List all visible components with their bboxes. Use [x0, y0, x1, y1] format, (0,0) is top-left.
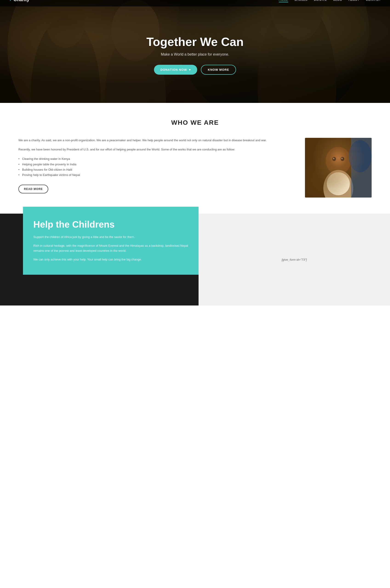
hero-title: Together We Can	[146, 35, 244, 49]
who-image	[305, 138, 372, 198]
donation-now-button[interactable]: DONATION NOW ♥	[154, 65, 197, 75]
svg-point-17	[341, 157, 344, 161]
nav-item-home[interactable]: HOME	[279, 0, 288, 1]
help-right-panel: [give_form id="73"]	[198, 214, 390, 305]
logo-heart-icon: ♥	[9, 0, 12, 2]
nav-item-causes[interactable]: CAUSES	[295, 0, 307, 1]
nav-links: HOME CAUSES DONATE BLOG ABOUT CONTACT	[279, 0, 381, 1]
hero-buttons: DONATION NOW ♥ KNOW MORE	[146, 65, 244, 75]
svg-point-7	[31, 17, 100, 103]
logo-text: Charity	[14, 0, 29, 2]
svg-point-20	[337, 162, 340, 165]
navbar: ♥ Charity HOME CAUSES DONATE BLOG ABOUT	[0, 0, 390, 6]
form-placeholder: [give_form id="73"]	[282, 258, 307, 261]
svg-point-16	[332, 157, 336, 161]
hero-subtitle: Make a World a better place for everyone…	[146, 52, 244, 56]
who-paragraph-1: We are a charity. As said, we are a non-…	[18, 138, 291, 143]
nav-item-about[interactable]: ABOUT	[348, 0, 359, 1]
svg-point-21	[323, 170, 353, 198]
nav-item-contact[interactable]: CONTACT	[366, 0, 381, 1]
nav-item-blog[interactable]: BLOG	[333, 0, 342, 1]
who-text: We are a charity. As said, we are a non-…	[18, 138, 291, 193]
hero-section: ♥ Charity HOME CAUSES DONATE BLOG ABOUT	[0, 0, 390, 103]
nav-link-home[interactable]: HOME	[279, 0, 288, 2]
svg-point-23	[327, 172, 350, 195]
read-more-button[interactable]: READ MORE	[18, 185, 48, 193]
nav-link-causes[interactable]: CAUSES	[295, 0, 307, 1]
who-list-item-4: Proving help to Earthquake victims of Ne…	[18, 172, 291, 177]
svg-point-15	[326, 147, 351, 174]
svg-point-8	[46, 0, 85, 48]
who-image-svg	[305, 138, 372, 198]
help-left-panel: Help the Childrens Support the children …	[23, 207, 198, 275]
who-list: Clearing the drinking water in Kenya Hel…	[18, 156, 291, 178]
help-section: Help the Childrens Support the children …	[0, 214, 390, 305]
svg-point-11	[258, 0, 336, 103]
nav-link-blog[interactable]: BLOG	[333, 0, 342, 1]
know-more-button[interactable]: KNOW MORE	[201, 65, 236, 75]
help-paragraph-3: We can only achieve this with your help.…	[33, 257, 188, 262]
who-paragraph-2: Recently, we have been honored by Presid…	[18, 147, 291, 152]
svg-point-18	[333, 158, 334, 159]
svg-point-25	[349, 140, 372, 172]
hero-content: Together We Can Make a World a better pl…	[146, 21, 244, 75]
main-nav: HOME CAUSES DONATE BLOG ABOUT CONTACT	[279, 0, 381, 1]
help-section-wrapper: Help the Childrens Support the children …	[0, 214, 390, 305]
who-list-item-1: Clearing the drinking water in Kenya	[18, 156, 291, 162]
who-content: We are a charity. As said, we are a non-…	[18, 138, 372, 198]
who-list-item-2: Helping people table the proverty in Ind…	[18, 162, 291, 167]
svg-point-19	[341, 158, 343, 159]
svg-rect-14	[305, 138, 372, 198]
nav-link-donate[interactable]: DONATE	[314, 0, 327, 1]
who-image-placeholder	[305, 138, 372, 198]
nav-link-contact[interactable]: CONTACT	[366, 0, 381, 1]
who-we-are-title: WHO WE ARE	[18, 119, 372, 126]
help-title: Help the Childrens	[33, 219, 188, 229]
heart-icon: ♥	[189, 68, 191, 71]
help-paragraph-2: Rich in cultural heritage, with the magn…	[33, 243, 188, 253]
who-list-item-3: Building houses for Old citizen in Haiti	[18, 167, 291, 172]
svg-rect-22	[305, 138, 372, 198]
svg-rect-24	[351, 138, 372, 198]
logo: ♥ Charity	[9, 0, 29, 2]
nav-item-donate[interactable]: DONATE	[314, 0, 327, 1]
who-we-are-section: WHO WE ARE We are a charity. As said, we…	[0, 103, 390, 214]
help-paragraph-1: Support the children of Africa just by g…	[33, 235, 188, 240]
nav-link-about[interactable]: ABOUT	[348, 0, 359, 1]
